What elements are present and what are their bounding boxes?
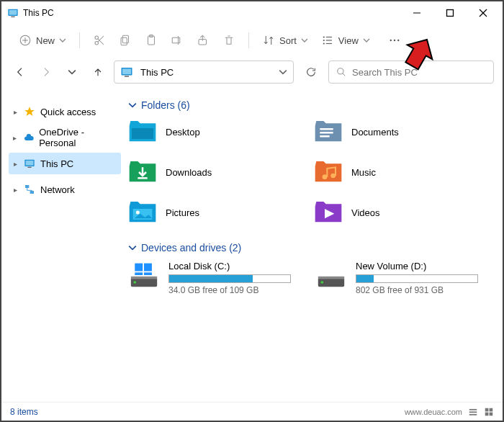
copy-icon <box>119 34 132 47</box>
svg-point-21 <box>323 36 324 37</box>
sidebar-item-label: This PC <box>40 158 73 169</box>
navigation-pane: ▸ Quick access ▸ OneDrive - Personal ▸ T… <box>1 88 124 402</box>
this-pc-icon <box>7 7 19 19</box>
chevron-right-icon[interactable]: ▸ <box>12 186 19 194</box>
videos-folder-icon <box>314 199 343 226</box>
folder-desktop[interactable]: Desktop <box>128 118 307 145</box>
svg-rect-18 <box>172 37 180 43</box>
svg-point-28 <box>394 40 395 41</box>
paste-button[interactable] <box>140 31 162 50</box>
sidebar-item-network[interactable]: ▸ Network <box>9 179 121 200</box>
drive-free-text: 34.0 GB free of 109 GB <box>168 285 305 295</box>
music-folder-icon <box>314 158 343 186</box>
copy-button[interactable] <box>114 31 136 50</box>
drive-local-c[interactable]: Local Disk (C:) 34.0 GB free of 109 GB <box>128 261 305 295</box>
sidebar-item-quick-access[interactable]: ▸ Quick access <box>9 101 121 122</box>
recent-locations-button[interactable] <box>62 62 82 82</box>
maximize-button[interactable] <box>433 1 467 24</box>
new-button[interactable]: New <box>14 31 71 50</box>
svg-rect-50 <box>131 277 157 279</box>
svg-rect-14 <box>122 35 128 43</box>
svg-line-12 <box>98 39 104 45</box>
up-button[interactable] <box>88 62 108 82</box>
chevron-right-icon[interactable]: ▸ <box>12 160 19 168</box>
sidebar-item-this-pc[interactable]: ▸ This PC <box>9 153 121 174</box>
delete-button[interactable] <box>218 31 240 50</box>
clipboard-icon <box>145 34 158 47</box>
svg-rect-43 <box>320 135 329 138</box>
svg-point-51 <box>133 281 136 284</box>
close-button[interactable] <box>467 1 500 24</box>
svg-line-34 <box>343 73 346 76</box>
svg-rect-41 <box>320 128 333 130</box>
group-header-drives[interactable]: Devices and drives (2) <box>128 242 492 253</box>
svg-rect-62 <box>485 408 489 411</box>
svg-rect-42 <box>320 132 333 134</box>
chevron-down-icon <box>128 101 137 109</box>
rename-button[interactable] <box>166 31 188 50</box>
chevron-down-icon <box>128 243 137 252</box>
sidebar-item-label: Network <box>40 184 75 195</box>
svg-rect-64 <box>485 412 489 416</box>
content-pane: Folders (6) Desktop Documents Downloads … <box>124 88 503 402</box>
address-bar-row: This PC <box>1 56 503 88</box>
folder-documents[interactable]: Documents <box>314 118 492 145</box>
drive-name: Local Disk (C:) <box>168 261 305 271</box>
cut-button[interactable] <box>89 31 110 50</box>
os-drive-icon <box>128 261 160 289</box>
drive-new-volume-d[interactable]: New Volume (D:) 802 GB free of 931 GB <box>315 261 492 295</box>
chevron-down-icon <box>59 37 66 44</box>
chevron-right-icon[interactable]: ▸ <box>12 108 19 116</box>
svg-rect-2 <box>11 17 14 17</box>
share-icon <box>197 34 210 47</box>
back-button[interactable] <box>10 62 30 82</box>
share-button[interactable] <box>192 31 214 50</box>
chevron-down-icon[interactable] <box>279 68 287 76</box>
svg-point-27 <box>390 40 391 41</box>
svg-rect-59 <box>469 408 477 410</box>
cloud-icon <box>22 131 35 144</box>
watermark-text: www.deuac.com <box>405 408 462 416</box>
drive-icon <box>315 261 347 289</box>
svg-rect-37 <box>27 167 31 168</box>
svg-rect-31 <box>122 69 131 75</box>
svg-rect-54 <box>135 272 143 275</box>
forward-button[interactable] <box>36 62 56 82</box>
folder-music[interactable]: Music <box>314 158 492 186</box>
sidebar-item-label: Quick access <box>40 107 96 117</box>
group-header-folders[interactable]: Folders (6) <box>128 99 492 111</box>
sort-icon <box>262 34 275 47</box>
svg-rect-65 <box>490 412 493 416</box>
svg-rect-53 <box>144 264 152 271</box>
address-bar[interactable]: This PC <box>114 60 294 84</box>
downloads-folder-icon <box>128 158 157 186</box>
svg-point-23 <box>323 40 324 41</box>
minimize-button[interactable] <box>400 1 433 24</box>
command-bar: New Sort View <box>1 24 503 56</box>
folder-downloads[interactable]: Downloads <box>128 158 307 186</box>
trash-icon <box>222 34 235 47</box>
thumbnails-view-icon[interactable] <box>484 407 494 417</box>
chevron-right-icon[interactable]: ▸ <box>12 134 18 142</box>
search-box[interactable] <box>328 60 494 84</box>
desktop-folder-icon <box>128 118 157 145</box>
refresh-button[interactable] <box>300 66 323 78</box>
view-button[interactable]: View <box>317 31 374 50</box>
folder-videos[interactable]: Videos <box>314 199 492 226</box>
separator <box>248 32 249 48</box>
svg-point-33 <box>338 68 343 74</box>
svg-rect-61 <box>469 413 477 415</box>
drive-free-text: 802 GB free of 931 GB <box>356 285 492 295</box>
svg-point-58 <box>320 281 323 284</box>
svg-rect-1 <box>9 10 17 15</box>
folder-pictures[interactable]: Pictures <box>128 199 307 226</box>
main-area: ▸ Quick access ▸ OneDrive - Personal ▸ T… <box>1 88 503 402</box>
separator <box>79 32 80 48</box>
svg-rect-63 <box>490 408 493 411</box>
this-pc-icon <box>120 66 133 78</box>
sidebar-item-onedrive[interactable]: ▸ OneDrive - Personal <box>9 127 121 148</box>
sort-button[interactable]: Sort <box>258 31 312 50</box>
details-view-icon[interactable] <box>468 407 478 417</box>
more-button[interactable] <box>383 31 406 50</box>
search-input[interactable] <box>352 67 486 78</box>
